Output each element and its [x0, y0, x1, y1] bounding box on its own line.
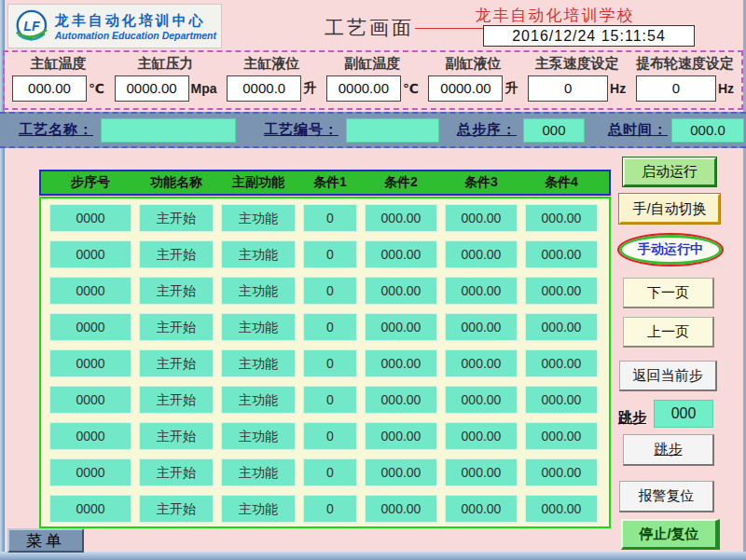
total-steps-label: 总步序： [457, 121, 517, 139]
prev-page-button[interactable]: 上一页 [623, 317, 714, 348]
table-header-cell: 条件2 [365, 174, 437, 191]
alarm-reset-button[interactable]: 报警复位 [619, 481, 714, 512]
param-label: 提布轮速度设定 [636, 55, 734, 73]
param-lifter-speed-setpoint: 提布轮速度设定 0Hz [636, 55, 734, 102]
param-unit: 升 [504, 80, 518, 97]
table-cell[interactable]: 主功能 [221, 277, 296, 305]
table-header-cell: 功能名称 [139, 174, 214, 191]
table-cell[interactable]: 主功能 [221, 495, 296, 523]
table-cell[interactable]: 000.00 [365, 313, 437, 341]
table-cell[interactable]: 主开始 [139, 204, 214, 232]
table-cell[interactable]: 000.00 [445, 313, 518, 341]
table-cell[interactable]: 0 [303, 386, 357, 414]
table-cell[interactable]: 000.00 [525, 277, 598, 305]
param-label: 主缸液位 [243, 55, 299, 73]
table-cell[interactable]: 0 [303, 313, 357, 341]
table-cell[interactable]: 000.00 [525, 495, 598, 523]
table-cell[interactable]: 000.00 [445, 277, 518, 305]
table-cell[interactable]: 主功能 [221, 422, 296, 450]
table-cell[interactable]: 0 [303, 240, 357, 268]
table-cell[interactable]: 0000 [49, 495, 131, 523]
table-cell[interactable]: 0 [303, 458, 357, 486]
jump-step-input[interactable]: 000 [654, 400, 713, 428]
logo-text: 龙丰自动化培训中心 Automation Education Departmen… [55, 12, 216, 41]
table-cell[interactable]: 主开始 [139, 495, 214, 523]
table-cell[interactable]: 主开始 [139, 240, 214, 268]
table-cell[interactable]: 0000 [49, 349, 131, 377]
table-cell[interactable]: 0 [303, 277, 357, 305]
param-main-pressure: 主缸压力 0000.00Mpa [115, 55, 217, 102]
param-label: 主缸压力 [138, 55, 194, 73]
manual-auto-toggle-button[interactable]: 手/自动切换 [619, 194, 720, 224]
table-cell[interactable]: 主开始 [139, 458, 214, 486]
table-cell[interactable]: 000.00 [445, 240, 518, 268]
menu-button[interactable]: 菜单 [7, 528, 84, 553]
table-cell[interactable]: 0000 [49, 422, 131, 450]
lf-logo-icon: LF [13, 7, 50, 46]
lifter-speed-input[interactable]: 0 [636, 75, 716, 102]
table-cell[interactable]: 主开始 [139, 386, 214, 414]
table-cell[interactable]: 000.00 [525, 313, 598, 341]
table-cell[interactable]: 000.00 [525, 422, 598, 450]
table-cell[interactable]: 主功能 [221, 204, 296, 232]
table-cell[interactable]: 主功能 [221, 349, 296, 377]
param-unit: Hz [718, 81, 734, 96]
page-title: 工艺画面 [325, 15, 414, 41]
table-cell[interactable]: 主功能 [221, 240, 296, 268]
table-cell[interactable]: 主开始 [139, 313, 214, 341]
table-cell[interactable]: 0 [303, 422, 357, 450]
table-cell[interactable]: 000.00 [365, 495, 437, 523]
table-cell[interactable]: 0000 [49, 204, 131, 232]
table-cell[interactable]: 000.00 [365, 349, 437, 377]
param-unit: ℃ [403, 81, 419, 96]
table-cell[interactable]: 0 [303, 204, 357, 232]
stop-reset-button[interactable]: 停止/复位 [621, 519, 720, 550]
table-cell[interactable]: 000.00 [525, 458, 598, 486]
table-cell[interactable]: 000.00 [525, 240, 598, 268]
table-cell[interactable]: 0000 [49, 386, 131, 414]
table-cell[interactable]: 000.00 [445, 495, 518, 523]
param-main-level: 主缸液位 0000.0升 [227, 55, 316, 102]
table-cell[interactable]: 000.00 [445, 386, 518, 414]
main-pressure-display: 0000.00 [115, 75, 189, 102]
table-header-cell: 条件4 [525, 174, 598, 191]
table-cell[interactable]: 主功能 [221, 386, 296, 414]
table-cell[interactable]: 0 [303, 349, 357, 377]
table-cell[interactable]: 000.00 [445, 458, 518, 486]
table-cell[interactable]: 000.00 [365, 422, 437, 450]
param-unit: 升 [303, 80, 316, 97]
process-name-input[interactable] [101, 118, 236, 143]
jump-step-label: 跳步 [618, 409, 646, 427]
table-cell[interactable]: 000.00 [445, 349, 518, 377]
table-cell[interactable]: 000.00 [445, 422, 518, 450]
start-run-button[interactable]: 启动运行 [623, 157, 716, 186]
table-cell[interactable]: 000.00 [365, 386, 437, 414]
table-cell[interactable]: 000.00 [445, 204, 518, 232]
next-page-button[interactable]: 下一页 [623, 278, 714, 308]
table-cell[interactable]: 0000 [49, 277, 131, 305]
table-cell[interactable]: 000.00 [365, 277, 437, 305]
param-main-temp: 主缸温度 000.00℃ [12, 55, 104, 102]
table-cell[interactable]: 主开始 [139, 349, 214, 377]
datetime-display: 2016/12/24 15:11:54 [483, 25, 695, 47]
pump-speed-input[interactable]: 0 [528, 75, 608, 102]
table-cell[interactable]: 主功能 [221, 458, 296, 486]
table-cell[interactable]: 主开始 [139, 422, 214, 450]
table-cell[interactable]: 000.00 [525, 349, 598, 377]
process-number-input[interactable] [346, 118, 439, 143]
table-cell[interactable]: 000.00 [365, 204, 437, 232]
table-cell[interactable]: 000.00 [525, 204, 598, 232]
table-cell[interactable]: 000.00 [525, 386, 598, 414]
table-cell[interactable]: 000.00 [365, 240, 437, 268]
hmi-screen: LF 龙丰自动化培训中心 Automation Education Depart… [0, 0, 746, 560]
table-cell[interactable]: 0000 [49, 313, 131, 341]
manual-running-status-indicator: 手动运行中 [617, 233, 724, 266]
table-cell[interactable]: 0000 [49, 458, 131, 486]
table-cell[interactable]: 主功能 [221, 313, 296, 341]
jump-step-button[interactable]: 跳步 [623, 434, 714, 466]
table-cell[interactable]: 000.00 [365, 458, 437, 486]
table-cell[interactable]: 主开始 [139, 277, 214, 305]
table-cell[interactable]: 0 [303, 495, 357, 523]
table-cell[interactable]: 0000 [49, 240, 131, 268]
return-current-step-button[interactable]: 返回当前步 [619, 361, 717, 391]
